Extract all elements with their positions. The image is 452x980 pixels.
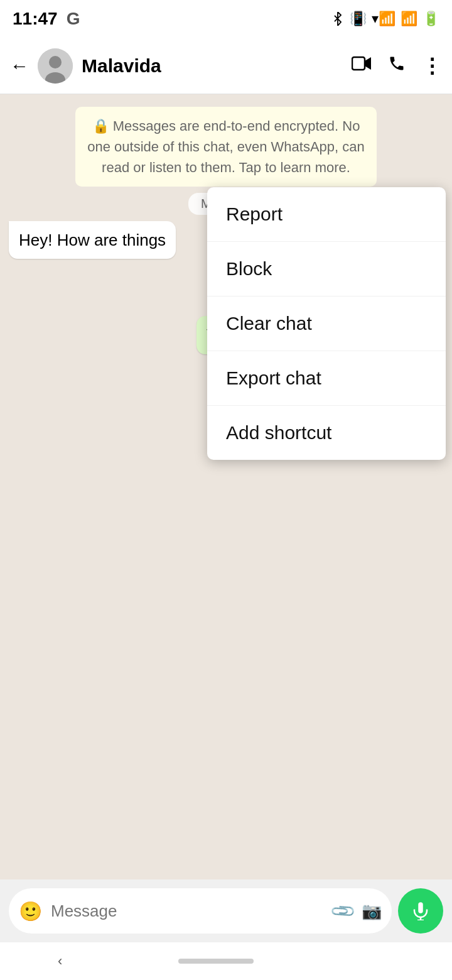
status-bar: 11:47 G 📳 ▾📶 📶 🔋 — [0, 0, 452, 38]
carrier-icon: G — [67, 9, 80, 29]
menu-item-report[interactable]: Report — [207, 187, 446, 242]
chat-header: ← Malavida ⋮ — [0, 38, 452, 94]
status-time: 11:47 — [13, 9, 58, 29]
menu-item-clear-chat[interactable]: Clear chat — [207, 297, 446, 351]
navigation-bar: ‹ — [0, 942, 452, 980]
nav-back-button[interactable]: ‹ — [58, 953, 62, 969]
context-menu: Report Block Clear chat Export chat Add … — [207, 187, 446, 460]
back-button[interactable]: ← — [10, 55, 29, 77]
svg-rect-3 — [352, 57, 365, 70]
vibrate-icon: 📳 — [350, 11, 367, 27]
svg-point-1 — [49, 56, 62, 68]
menu-item-export-chat[interactable]: Export chat — [207, 351, 446, 406]
status-icons: 📳 ▾📶 📶 🔋 — [331, 11, 439, 27]
more-options-button[interactable]: ⋮ — [422, 54, 442, 78]
wifi-icon: ▾📶 — [372, 11, 396, 27]
chat-area: 🔒 Messages are end-to-end encrypted. No … — [0, 94, 452, 917]
contact-name[interactable]: Malavida — [82, 55, 343, 77]
signal-icon: 📶 — [401, 11, 417, 27]
phone-call-button[interactable] — [388, 55, 406, 77]
nav-home-pill[interactable] — [178, 959, 254, 964]
battery-icon: 🔋 — [422, 11, 439, 27]
context-menu-overlay[interactable]: Report Block Clear chat Export chat Add … — [0, 94, 452, 917]
menu-item-add-shortcut[interactable]: Add shortcut — [207, 406, 446, 460]
bluetooth-icon — [331, 12, 345, 26]
menu-item-block[interactable]: Block — [207, 242, 446, 297]
avatar[interactable] — [38, 48, 73, 84]
header-icons: ⋮ — [352, 54, 442, 78]
video-call-button[interactable] — [352, 55, 372, 77]
